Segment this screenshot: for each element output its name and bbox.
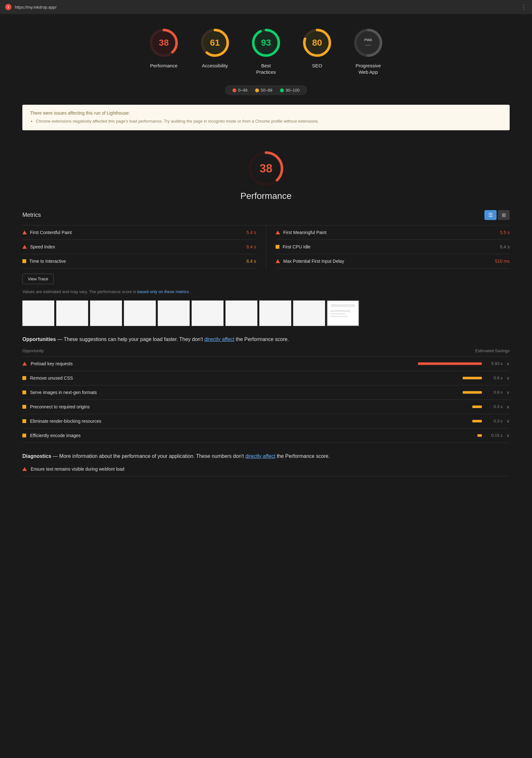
opportunities-header: Opportunities — These suggestions can he…	[22, 335, 510, 343]
opp-savings-encode: 0.15 s	[485, 433, 503, 438]
legend-item-red: 0–49	[232, 88, 247, 92]
chevron-down-icon-css[interactable]: ∨	[507, 375, 510, 381]
score-circle-performance: 38	[148, 27, 180, 59]
metric-left-tti: Time to Interactive	[22, 258, 66, 264]
screenshot-thumb-5	[158, 300, 190, 326]
chevron-down-icon-images[interactable]: ∨	[507, 390, 510, 395]
opp-name-preconnect: Preconnect to required origins	[30, 404, 469, 409]
top-bar: I https://my.inkdrop.app/ ⋮	[0, 0, 532, 14]
legend-dot-green	[280, 88, 284, 92]
legend: 0–49 50–89 90–100	[0, 85, 532, 95]
warning-triangle-icon-fmp	[276, 230, 280, 234]
opp-bar-css	[463, 377, 482, 379]
metric-row-fcp: First Contentful Paint 5.4 s	[22, 225, 256, 240]
score-item-pwa[interactable]: PWA — ProgressiveWeb App	[352, 27, 384, 75]
score-circle-pwa: PWA —	[352, 27, 384, 59]
warning-item: Chrome extensions negatively affected th…	[36, 118, 502, 124]
screenshot-thumb-9	[293, 300, 325, 326]
metrics-grid: First Contentful Paint 5.4 s Speed Index…	[22, 225, 510, 268]
opp-savings-render: 0.3 s	[485, 419, 503, 423]
metrics-note-link[interactable]: based only on these metrics	[137, 289, 189, 294]
score-item-best-practices[interactable]: 93 BestPractices	[250, 27, 282, 75]
opp-row-render: Eliminate render-blocking resources 0.3 …	[22, 414, 510, 429]
diag-row-webfont: Ensure text remains visible during webfo…	[22, 462, 510, 476]
score-label-accessibility: Accessibility	[202, 63, 228, 69]
metric-value-fci: 6.4 s	[500, 244, 510, 249]
diagnostics-link[interactable]: directly affect	[245, 453, 275, 459]
metric-left-fcp: First Contentful Paint	[22, 230, 72, 235]
screenshot-thumb-1	[22, 300, 54, 326]
metrics-toggle: ☰ ⊞	[484, 210, 510, 220]
toggle-list-button[interactable]: ☰	[484, 210, 497, 220]
toggle-grid-button[interactable]: ⊞	[498, 210, 510, 220]
opp-savings-preconnect: 0.3 s	[485, 404, 503, 409]
opp-name-css: Remove unused CSS	[30, 375, 459, 381]
diagnostics-header: Diagnostics — More information about the…	[22, 452, 510, 460]
opp-bar-render	[472, 420, 482, 423]
screenshot-thumb-2	[56, 300, 88, 326]
square-icon-tti	[22, 259, 26, 263]
metric-value-fmp: 5.5 s	[500, 230, 510, 235]
square-icon-render	[22, 419, 26, 423]
opportunities-link[interactable]: directly affect	[204, 336, 234, 342]
warning-triangle-icon-preload	[22, 362, 27, 365]
square-icon-css	[22, 376, 26, 380]
big-score-wrap: 38	[22, 150, 510, 188]
metrics-col-right: First Meaningful Paint 5.5 s First CPU I…	[266, 225, 510, 268]
opp-row-css: Remove unused CSS 0.6 s ∨	[22, 371, 510, 385]
opp-col-savings: Estimated Savings	[475, 348, 510, 353]
opp-bar-preconnect	[472, 405, 482, 408]
more-options-icon[interactable]: ⋮	[521, 4, 527, 11]
opp-savings-css: 0.6 s	[485, 375, 503, 380]
chevron-down-icon-encode[interactable]: ∨	[507, 433, 510, 438]
score-number-accessibility: 61	[210, 38, 220, 48]
opp-savings-preload: 5.93 s	[485, 361, 503, 366]
legend-item-yellow: 50–89	[255, 88, 272, 92]
metric-row-si: Speed Index 8.4 s	[22, 240, 256, 254]
screenshot-thumb-4	[124, 300, 156, 326]
metrics-header: Metrics ☰ ⊞	[22, 210, 510, 220]
opp-bar-wrap-images: 0.6 s	[463, 390, 503, 395]
metric-name-fcp: First Contentful Paint	[30, 230, 72, 235]
opp-name-render: Eliminate render-blocking resources	[30, 419, 469, 424]
big-score-circle: 38	[247, 150, 285, 188]
favicon: I	[5, 4, 12, 10]
opp-row-encode: Efficiently encode images 0.15 s ∨	[22, 429, 510, 443]
screenshot-thumb-3	[90, 300, 122, 326]
screenshot-thumb-6	[192, 300, 224, 326]
score-item-performance[interactable]: 38 Performance	[148, 27, 180, 69]
square-icon-images	[22, 391, 26, 394]
score-label-best-practices: BestPractices	[256, 63, 276, 75]
score-circle-seo: 80	[301, 27, 333, 59]
score-number-seo: 80	[312, 38, 322, 48]
score-item-seo[interactable]: 80 SEO	[301, 27, 333, 69]
metric-row-mpfid: Max Potential First Input Delay 510 ms	[276, 254, 510, 268]
opp-bar-wrap-render: 0.3 s	[472, 419, 503, 423]
screenshot-thumb-8	[259, 300, 291, 326]
main-content: 38 Performance Metrics ☰ ⊞ First Content…	[0, 140, 532, 486]
opp-bar-encode	[478, 434, 482, 437]
warning-triangle-icon-fcp	[22, 230, 27, 234]
chevron-down-icon-preconnect[interactable]: ∨	[507, 404, 510, 409]
legend-dot-red	[232, 88, 236, 92]
chevron-down-icon-preload[interactable]: ∨	[507, 361, 510, 366]
score-item-accessibility[interactable]: 61 Accessibility	[199, 27, 231, 69]
score-circle-best-practices: 93	[250, 27, 282, 59]
opp-col-opportunity: Opportunity	[22, 348, 44, 353]
metric-value-mpfid: 510 ms	[495, 258, 510, 264]
metric-row-tti: Time to Interactive 6.4 s	[22, 254, 256, 268]
opp-bar-wrap-preconnect: 0.3 s	[472, 404, 503, 409]
opp-row-images: Serve images in next-gen formats 0.6 s ∨	[22, 385, 510, 400]
warning-triangle-icon-webfont	[22, 467, 27, 471]
opp-bar-wrap-css: 0.6 s	[463, 375, 503, 380]
opportunities-table-header: Opportunity Estimated Savings	[22, 345, 510, 357]
opp-bar-preload	[418, 362, 482, 365]
score-label-performance: Performance	[150, 63, 178, 69]
legend-inner: 0–49 50–89 90–100	[225, 85, 307, 95]
legend-label-red: 0–49	[238, 88, 247, 92]
metric-left-mpfid: Max Potential First Input Delay	[276, 258, 344, 264]
chevron-down-icon-render[interactable]: ∨	[507, 419, 510, 424]
metric-value-fcp: 5.4 s	[247, 230, 256, 235]
view-trace-button[interactable]: View Trace	[22, 274, 53, 284]
metric-name-fmp: First Meaningful Paint	[283, 230, 326, 235]
